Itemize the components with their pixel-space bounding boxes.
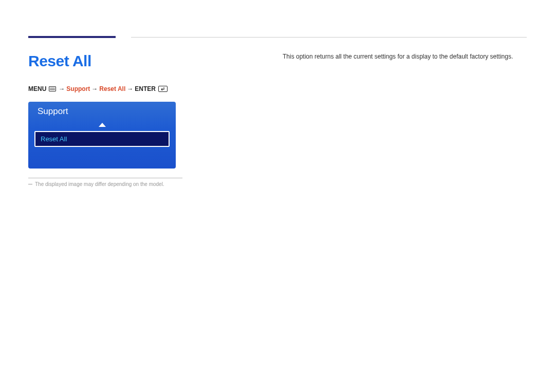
header-accent-bar [28, 36, 116, 38]
osd-item-reset-all[interactable]: Reset All [34, 131, 170, 147]
footnote: The displayed image may differ depending… [28, 181, 203, 187]
osd-panel-title: Support [28, 102, 176, 120]
enter-icon [158, 86, 168, 92]
breadcrumb-enter-label: ENTER [135, 85, 156, 92]
breadcrumb-arrow-2: → [91, 85, 98, 92]
footnote-divider [28, 178, 182, 178]
chevron-up-icon [99, 123, 106, 127]
page-title: Reset All [28, 52, 203, 70]
footnote-text: The displayed image may differ depending… [35, 181, 164, 187]
osd-panel: Support Reset All [28, 102, 176, 169]
breadcrumb-reset-all: Reset All [99, 85, 125, 92]
breadcrumb: MENU → Support → Reset All → ENTER [28, 85, 203, 92]
description-text: This option returns all the current sett… [283, 52, 527, 61]
svg-rect-0 [158, 86, 167, 92]
osd-scroll-up-row[interactable] [28, 120, 176, 131]
top-divider [131, 37, 527, 38]
menu-icon [49, 86, 56, 91]
breadcrumb-support: Support [66, 85, 90, 92]
breadcrumb-arrow-3: → [127, 85, 133, 92]
breadcrumb-arrow-1: → [59, 85, 65, 92]
breadcrumb-menu-label: MENU [28, 85, 46, 92]
footnote-dash-icon [28, 184, 32, 184]
